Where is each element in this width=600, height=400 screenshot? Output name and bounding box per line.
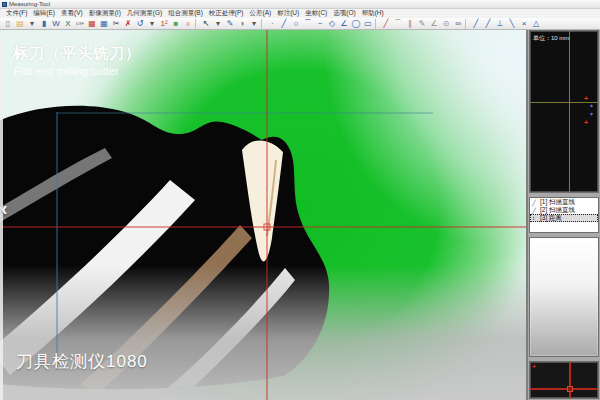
toolbar-report-red-icon[interactable]: ▦ — [86, 18, 98, 29]
toolbar-report-blue-icon[interactable]: ▦ — [98, 18, 110, 29]
app-window: Measuring-Tool 文件(F)编辑(E)查看(V)影像测量(I)几何测… — [0, 0, 600, 400]
left-edge-strip — [0, 38, 3, 400]
toolbar-grid-columns-icon[interactable]: ||| — [182, 18, 194, 29]
title-bar: Measuring-Tool — [0, 0, 600, 9]
main-area: 标刀（平头铣刀） Flat end milling cutter 刀具检测仪10… — [0, 30, 600, 400]
toolbar-construct-angle-icon[interactable]: △ — [530, 18, 542, 29]
navigator-map[interactable]: + — [529, 361, 599, 399]
toolbar-select-dropdown-icon[interactable]: ▾ — [212, 18, 224, 29]
toolbar-open-dropdown-icon[interactable]: ▾ — [26, 18, 38, 29]
result-area[interactable] — [529, 237, 599, 357]
marker-arrow-up-icon: ▴ — [590, 102, 593, 108]
marker-arrow-down-icon: ▾ — [590, 111, 593, 117]
toolbar-cut-element-icon[interactable]: ✂ — [110, 18, 122, 29]
toolbar-undo-icon[interactable]: ↺ — [134, 18, 146, 29]
toolbar-new-file-icon[interactable]: ▯ — [2, 18, 14, 29]
menu-item-2[interactable]: 查看(V) — [58, 9, 86, 18]
menu-item-0[interactable]: 文件(F) — [3, 9, 30, 18]
preview-crosshair-vertical — [569, 31, 570, 192]
measurement-marker-2: + — [584, 119, 588, 126]
toolbar-measure-angle-icon[interactable]: ∠ — [428, 18, 440, 29]
app-icon — [2, 2, 7, 7]
menu-item-3[interactable]: 影像测量(I) — [86, 9, 124, 18]
toolbar-open-file-icon[interactable]: ▤ — [14, 18, 26, 29]
toolbar: ▯▤▾▮WXDXF▦▦✂✗↺▾1²■|||↖▾✎◑▾∙╱○⌒~◇∠◯▭╱⌒∥✎∠… — [0, 18, 600, 30]
toolbar-label-number-icon[interactable]: 1² — [158, 18, 170, 29]
watermark-label: 刀具检测仪1080 — [16, 350, 148, 373]
toolbar-draw-arc-icon[interactable]: ⌒ — [302, 18, 314, 29]
window-title: Measuring-Tool — [9, 1, 50, 7]
distance-element-icon: ↕ — [532, 215, 538, 221]
toolbar-construct-line-a-icon[interactable]: ╱ — [470, 18, 482, 29]
toolbar-draw-angle-icon[interactable]: ∠ — [338, 18, 350, 29]
toolbar-draw-circle-icon[interactable]: ○ — [290, 18, 302, 29]
toolbar-probe-dropdown-icon[interactable]: ▾ — [248, 18, 260, 29]
toolbar-measure-line-icon[interactable]: ╱ — [380, 18, 392, 29]
overlay-title-en: Flat end milling cutter — [14, 65, 119, 77]
toolbar-draw-point-icon[interactable]: ∙ — [266, 18, 278, 29]
toolbar-export-word-icon[interactable]: W — [50, 18, 62, 29]
toolbar-edit-report-icon[interactable]: ✎ — [224, 18, 236, 29]
toolbar-draw-line-icon[interactable]: ╱ — [278, 18, 290, 29]
toolbar-export-excel-icon[interactable]: X — [62, 18, 74, 29]
navigator-position-box[interactable] — [567, 386, 573, 392]
side-panel: 单位：10 mm + ▴ ▾ + ╱[1] 扫描直线╱[2] 扫描直线↕[3] … — [526, 30, 600, 400]
toolbar-separator — [195, 19, 199, 29]
toolbar-construct-tangent-icon[interactable]: ╲ — [506, 18, 518, 29]
toolbar-separator — [375, 19, 379, 29]
toolbar-measure-pen-icon[interactable]: ✎ — [416, 18, 428, 29]
toolbar-construct-intersection-icon[interactable]: × — [518, 18, 530, 29]
toolbar-draw-ellipse-icon[interactable]: ◯ — [350, 18, 362, 29]
navigator-crosshair-vertical — [569, 362, 571, 398]
toolbar-chain-link-icon[interactable]: ∞ — [452, 18, 464, 29]
prev-chevron-icon[interactable]: ‹ — [1, 198, 8, 218]
toolbar-save-icon[interactable]: ▮ — [38, 18, 50, 29]
measurement-item-3[interactable]: ↕[3] 距离 — [530, 214, 598, 222]
menu-item-10[interactable]: 选项(O) — [330, 9, 358, 18]
toolbar-select-arrow-icon[interactable]: ↖ — [200, 18, 212, 29]
toolbar-measure-arc-icon[interactable]: ⌒ — [392, 18, 404, 29]
toolbar-draw-polygon-icon[interactable]: ◇ — [326, 18, 338, 29]
toolbar-delete-element-icon[interactable]: ✗ — [122, 18, 134, 29]
menu-item-11[interactable]: 帮助(H) — [359, 9, 387, 18]
overlay-title-cn: 标刀（平头铣刀） — [13, 44, 141, 63]
menu-bar: 文件(F)编辑(E)查看(V)影像测量(I)几何测量(G)组合测量(B)校正处理… — [0, 9, 600, 18]
toolbar-separator — [261, 19, 265, 29]
menu-item-1[interactable]: 编辑(E) — [30, 9, 58, 18]
camera-image — [0, 30, 526, 400]
menu-item-8[interactable]: 标注(U) — [274, 9, 302, 18]
measurement-list: ╱[1] 扫描直线╱[2] 扫描直线↕[3] 距离 — [529, 197, 599, 233]
dxf-preview[interactable]: 单位：10 mm + ▴ ▾ + — [529, 30, 599, 193]
toolbar-measure-parallel-icon[interactable]: ∥ — [404, 18, 416, 29]
measurement-marker-1: + — [584, 95, 588, 102]
menu-item-4[interactable]: 几何测量(G) — [124, 9, 165, 18]
toolbar-separator — [465, 19, 469, 29]
toolbar-draw-spline-icon[interactable]: ~ — [314, 18, 326, 29]
line-element-icon: ╱ — [532, 199, 538, 206]
line-element-icon: ╱ — [532, 207, 538, 214]
gray-bottom-fade — [0, 265, 526, 400]
toolbar-undo-dropdown-icon[interactable]: ▾ — [146, 18, 158, 29]
navigator-crosshair-horizontal — [530, 388, 598, 390]
camera-viewport[interactable]: 标刀（平头铣刀） Flat end milling cutter 刀具检测仪10… — [0, 30, 526, 400]
toolbar-search-element-icon[interactable]: ⊙ — [440, 18, 452, 29]
toolbar-color-swatch-icon[interactable]: ■ — [170, 18, 182, 29]
measurement-item-label: [3] 距离 — [540, 214, 562, 223]
navigator-logo: + — [532, 363, 536, 370]
menu-item-5[interactable]: 组合测量(B) — [165, 9, 206, 18]
toolbar-construct-line-b-icon[interactable]: ╱ — [482, 18, 494, 29]
toolbar-construct-perpendicular-icon[interactable]: ⊥ — [494, 18, 506, 29]
toolbar-probe-mode-icon[interactable]: ◑ — [236, 18, 248, 29]
menu-item-9[interactable]: 坐标(C) — [302, 9, 330, 18]
menu-item-6[interactable]: 校正处理(P) — [206, 9, 247, 18]
toolbar-draw-slot-icon[interactable]: ▭ — [362, 18, 374, 29]
unit-label: 单位：10 mm — [533, 34, 569, 43]
preview-crosshair-horizontal — [530, 102, 598, 103]
menu-item-7[interactable]: 公差(A) — [247, 9, 275, 18]
toolbar-export-dxf-icon[interactable]: DXF — [74, 18, 86, 29]
